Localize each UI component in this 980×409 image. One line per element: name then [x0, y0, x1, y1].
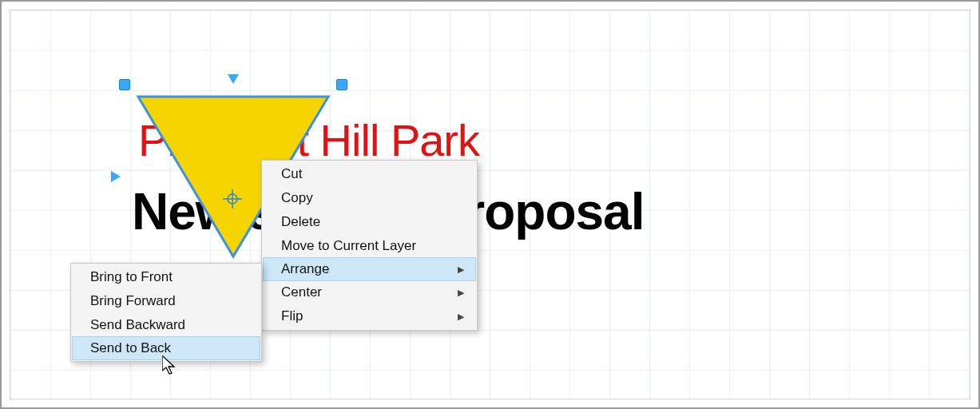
menu-item-center[interactable]: Center ▶: [264, 280, 475, 304]
chevron-right-icon: ▶: [458, 312, 464, 322]
menu-item-label: Move to Current Layer: [281, 238, 416, 254]
arrange-submenu[interactable]: Bring to Front Bring Forward Send Backwa…: [70, 263, 262, 362]
menu-item-send-backward[interactable]: Send Backward: [73, 313, 260, 337]
chevron-right-icon: ▶: [458, 288, 464, 298]
menu-item-flip[interactable]: Flip ▶: [264, 304, 475, 328]
menu-item-label: Bring Forward: [90, 293, 176, 309]
menu-item-label: Bring to Front: [90, 269, 173, 285]
menu-item-label: Cut: [281, 166, 302, 182]
context-menu[interactable]: Cut Copy Delete Move to Current Layer Ar…: [261, 160, 478, 331]
menu-item-label: Arrange: [281, 261, 329, 277]
menu-item-cut[interactable]: Cut: [264, 162, 475, 186]
menu-item-copy[interactable]: Copy: [264, 186, 475, 210]
menu-item-label: Flip: [281, 308, 303, 324]
menu-item-label: Send to Back: [90, 340, 171, 356]
drawing-canvas[interactable]: Prospect Hill Park New seating proposal …: [10, 10, 970, 399]
menu-item-arrange[interactable]: Arrange ▶: [263, 257, 476, 281]
menu-item-label: Send Backward: [90, 317, 185, 333]
menu-item-label: Delete: [281, 214, 320, 230]
chevron-right-icon: ▶: [458, 264, 464, 275]
menu-item-label: Center: [281, 284, 322, 300]
menu-item-move-to-current-layer[interactable]: Move to Current Layer: [264, 234, 475, 258]
menu-item-bring-to-front[interactable]: Bring to Front: [73, 265, 260, 289]
menu-item-delete[interactable]: Delete: [264, 210, 475, 234]
menu-item-bring-forward[interactable]: Bring Forward: [73, 289, 260, 313]
menu-item-label: Copy: [281, 190, 313, 206]
menu-item-send-to-back[interactable]: Send to Back: [72, 336, 260, 360]
screenshot-frame: Prospect Hill Park New seating proposal …: [0, 0, 980, 409]
